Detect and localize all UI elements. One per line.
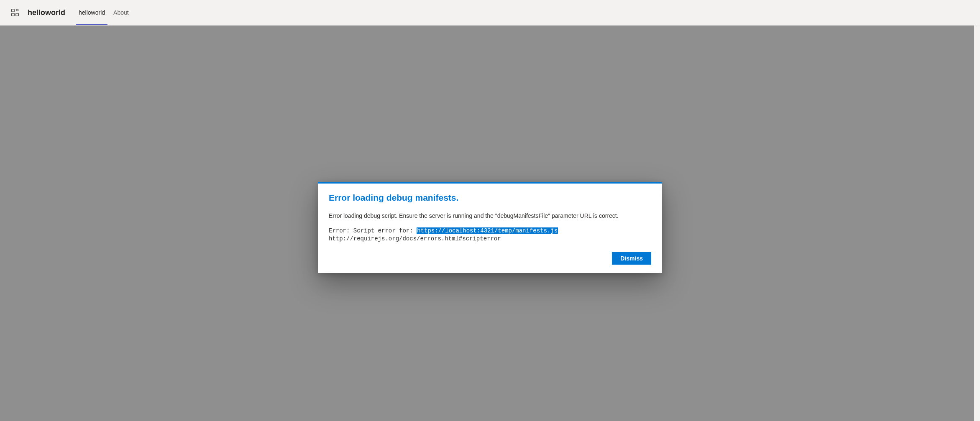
tab-label: helloworld bbox=[79, 9, 105, 16]
tab-helloworld[interactable]: helloworld bbox=[74, 0, 109, 25]
svg-rect-3 bbox=[16, 9, 18, 11]
app-title: helloworld bbox=[28, 8, 65, 17]
dismiss-button[interactable]: Dismiss bbox=[612, 252, 651, 265]
svg-rect-1 bbox=[12, 13, 14, 16]
error-url-highlight: https://localhost:4321/temp/manifests.js bbox=[417, 227, 558, 234]
apps-icon bbox=[10, 8, 20, 17]
error-dialog: Error loading debug manifests. Error loa… bbox=[318, 182, 662, 273]
app-header: helloworld helloworld About bbox=[0, 0, 980, 26]
tab-label: About bbox=[113, 9, 129, 16]
vertical-scrollbar[interactable] bbox=[974, 26, 980, 421]
svg-rect-0 bbox=[12, 9, 14, 12]
error-docs-link: http://requirejs.org/docs/errors.html#sc… bbox=[329, 235, 501, 242]
dialog-description: Error loading debug script. Ensure the s… bbox=[329, 212, 651, 220]
dialog-actions: Dismiss bbox=[329, 252, 651, 265]
main-content-area: Error loading debug manifests. Error loa… bbox=[0, 26, 980, 421]
tab-about[interactable]: About bbox=[109, 0, 133, 25]
svg-rect-2 bbox=[16, 13, 18, 16]
dialog-title: Error loading debug manifests. bbox=[329, 193, 651, 203]
error-prefix: Error: Script error for: bbox=[329, 227, 417, 234]
dialog-error-text: Error: Script error for: https://localho… bbox=[329, 227, 651, 243]
tab-bar: helloworld About bbox=[74, 0, 133, 25]
app-icon bbox=[8, 6, 22, 19]
